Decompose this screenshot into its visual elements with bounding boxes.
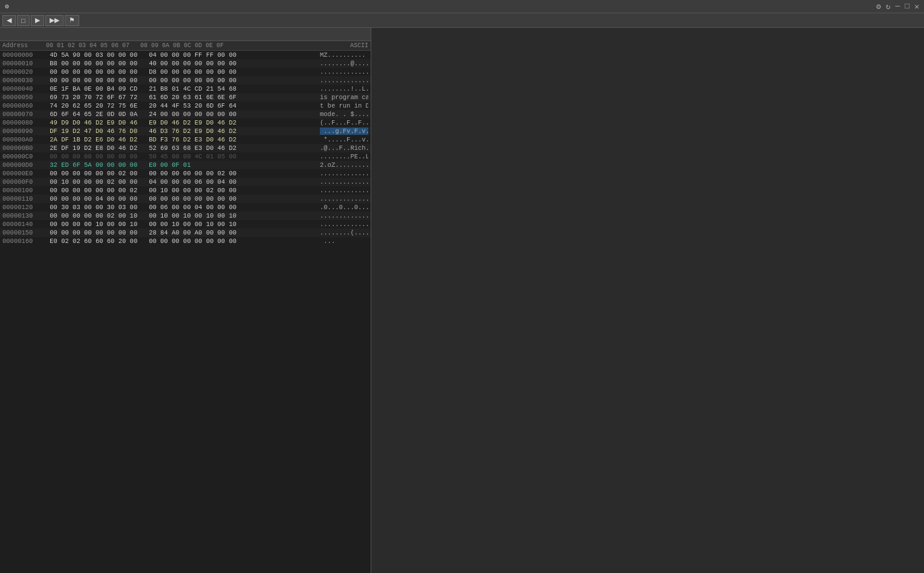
titlebar: ⚙ ⚙ ↻ ─ □ ✕ bbox=[0, 0, 924, 13]
table-row[interactable]: 000000E0 00 00 00 00 00 00 02 00 00 00 0… bbox=[0, 169, 371, 178]
table-row[interactable]: 00000010 B8 00 00 00 00 00 00 00 40 00 0… bbox=[0, 59, 371, 68]
table-row[interactable]: 00000140 00 00 00 00 10 00 00 10 00 00 1… bbox=[0, 220, 371, 228]
toolbar-btn-2[interactable]: □ bbox=[17, 15, 30, 26]
toolbar-btn-5[interactable]: ⚑ bbox=[65, 15, 79, 26]
toolbar-btn-3[interactable]: ▶ bbox=[31, 15, 44, 26]
hex-content: Address 00 01 02 03 04 05 06 07 08 09 0A… bbox=[0, 41, 371, 573]
hex-addr-header: Address bbox=[2, 42, 46, 49]
hex-editor-header bbox=[0, 28, 371, 41]
table-row[interactable]: 00000130 00 00 00 00 00 02 00 10 00 10 0… bbox=[0, 212, 371, 220]
table-row[interactable]: 00000150 00 00 00 00 00 00 00 00 28 84 A… bbox=[0, 228, 371, 237]
hex-column-headers: Address 00 01 02 03 04 05 06 07 08 09 0A… bbox=[0, 41, 371, 51]
hex-ascii-header: ASCII bbox=[320, 42, 368, 49]
main-layout: Address 00 01 02 03 04 05 06 07 08 09 0A… bbox=[0, 28, 924, 573]
table-row[interactable]: 00000160 E0 02 02 60 60 60 20 00 00 00 0… bbox=[0, 237, 371, 245]
table-row[interactable]: 000000F0 00 10 00 00 00 02 00 00 04 00 0… bbox=[0, 178, 371, 186]
table-row[interactable]: 00000020 00 00 00 00 00 00 00 00 D8 00 0… bbox=[0, 68, 371, 76]
table-row[interactable]: 000000C0 00 00 00 00 00 00 00 00 50 45 0… bbox=[0, 152, 371, 161]
table-row[interactable]: 00000120 00 30 03 00 00 30 03 00 00 06 0… bbox=[0, 203, 371, 212]
minimize-icon[interactable]: ─ bbox=[896, 2, 900, 11]
table-row[interactable]: 00000080 49 D9 D0 46 D2 E9 D0 46 E9 D0 4… bbox=[0, 118, 371, 127]
hex-rows-container: 00000000 4D 5A 90 00 03 00 00 00 04 00 0… bbox=[0, 51, 371, 245]
app-icon: ⚙ bbox=[5, 2, 9, 10]
table-row[interactable]: 00000060 74 20 62 65 20 72 75 6E 20 44 4… bbox=[0, 102, 371, 110]
table-row[interactable]: 00000030 00 00 00 00 00 00 00 00 00 00 0… bbox=[0, 76, 371, 85]
refresh-icon[interactable]: ↻ bbox=[886, 2, 891, 11]
hex-editor-panel: Address 00 01 02 03 04 05 06 07 08 09 0A… bbox=[0, 28, 371, 573]
table-row[interactable]: 00000090 DF 19 D2 47 D0 46 76 D0 46 D3 7… bbox=[0, 127, 371, 135]
table-row[interactable]: 00000000 4D 5A 90 00 03 00 00 00 04 00 0… bbox=[0, 51, 371, 59]
window-controls: ⚙ ↻ ─ □ ✕ bbox=[876, 2, 919, 11]
toolbar-btn-4[interactable]: ▶▶ bbox=[45, 15, 63, 26]
table-row[interactable]: 00000040 0E 1F BA 0E 00 B4 09 CD 21 B8 0… bbox=[0, 85, 371, 93]
hex-bytes-header: 00 01 02 03 04 05 06 07 08 09 0A 0B 0C 0… bbox=[46, 42, 320, 49]
maximize-icon[interactable]: □ bbox=[905, 2, 909, 11]
titlebar-left: ⚙ bbox=[5, 2, 53, 10]
table-row[interactable]: 000000A0 2A DF 1B D2 E6 D0 46 D2 BD F3 7… bbox=[0, 135, 371, 144]
table-row[interactable]: 00000110 00 00 00 00 04 00 00 00 00 00 0… bbox=[0, 195, 371, 203]
toolbar-btn-1[interactable]: ◀ bbox=[2, 15, 16, 26]
settings-icon[interactable]: ⚙ bbox=[876, 2, 881, 11]
table-row[interactable]: 000000B0 2E DF 19 D2 E8 D0 46 D2 52 69 6… bbox=[0, 144, 371, 152]
close-icon[interactable]: ✕ bbox=[914, 2, 919, 11]
table-row[interactable]: 00000070 6D 6F 64 65 2E 0D 0D 0A 24 00 0… bbox=[0, 110, 371, 118]
toolbar: ◀ □ ▶ ▶▶ ⚑ bbox=[0, 13, 924, 28]
table-row[interactable]: 000000D0 32 ED 6F 5A 00 00 00 00 E0 00 0… bbox=[0, 161, 371, 169]
table-row[interactable]: 00000050 69 73 20 70 72 6F 67 72 61 6D 2… bbox=[0, 93, 371, 102]
table-row[interactable]: 00000100 00 00 00 00 00 00 00 02 00 10 0… bbox=[0, 186, 371, 195]
